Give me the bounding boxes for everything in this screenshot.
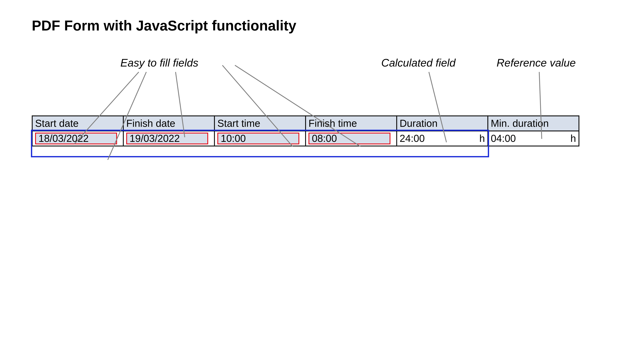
input-finish-time[interactable]: 08:00 (308, 133, 390, 144)
header-duration: Duration (397, 116, 488, 131)
header-start-date: Start date (32, 116, 123, 131)
diagram-stage: PDF Form with JavaScript functionality E… (0, 0, 644, 160)
input-start-time[interactable]: 10:00 (217, 133, 299, 144)
unit-min-duration: h (566, 133, 576, 144)
value-duration: 24:00 (400, 133, 425, 144)
value-min-duration-cell: 04:00 h (488, 131, 579, 146)
input-finish-date[interactable]: 19/03/2022 (126, 133, 208, 144)
annotation-easy-fill: Easy to fill fields (120, 56, 198, 70)
annotation-reference-value-top: Reference value (496, 56, 576, 70)
table-dates: Start date Finish date Start time Finish… (32, 115, 580, 146)
header-finish-time: Finish time (306, 116, 396, 131)
value-duration-cell: 24:00 h (397, 131, 488, 146)
page-title: PDF Form with JavaScript functionality (32, 18, 296, 34)
header-finish-date: Finish date (123, 116, 214, 131)
header-start-time: Start time (214, 116, 306, 131)
annotation-calculated-field: Calculated field (381, 56, 456, 70)
header-min-duration: Min. duration (488, 116, 579, 131)
unit-duration: h (475, 133, 485, 144)
input-start-date[interactable]: 18/03/2022 (35, 133, 117, 144)
value-min-duration: 04:00 (491, 133, 516, 144)
